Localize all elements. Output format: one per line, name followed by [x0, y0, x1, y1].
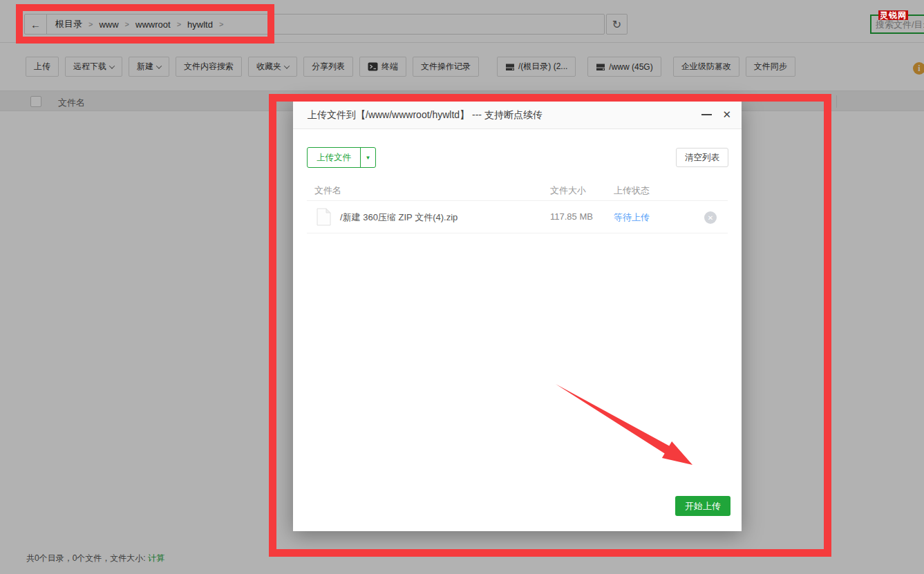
- upload-dropdown-arrow[interactable]: ▼: [360, 148, 375, 167]
- column-filesize: 文件大小: [550, 184, 586, 197]
- close-icon[interactable]: ✕: [722, 108, 731, 121]
- upload-file-button[interactable]: 上传文件: [308, 148, 360, 167]
- file-upload-status[interactable]: 等待上传: [614, 211, 650, 224]
- column-filename: 文件名: [314, 184, 341, 197]
- upload-dialog: 上传文件到【/www/wwwroot/hywltd】 --- 支持断点续传 ✕ …: [293, 101, 742, 531]
- upload-file-row: /新建 360压缩 ZIP 文件(4).zip 117.85 MB 等待上传 ✕: [307, 201, 728, 233]
- clear-list-button[interactable]: 清空列表: [676, 148, 728, 167]
- file-name: /新建 360压缩 ZIP 文件(4).zip: [340, 211, 458, 224]
- dialog-title: 上传文件到【/www/wwwroot/hywltd】 --- 支持断点续传: [308, 109, 543, 122]
- upload-file-split-button[interactable]: 上传文件 ▼: [307, 147, 376, 168]
- remove-file-icon[interactable]: ✕: [704, 211, 717, 224]
- upload-table-header: 文件名 文件大小 上传状态: [307, 179, 728, 201]
- file-size: 117.85 MB: [550, 211, 593, 222]
- start-upload-button[interactable]: 开始上传: [675, 496, 730, 516]
- minimize-icon[interactable]: [701, 114, 712, 115]
- column-upload-status: 上传状态: [614, 184, 650, 197]
- file-icon: [317, 208, 331, 226]
- dialog-titlebar: 上传文件到【/www/wwwroot/hywltd】 --- 支持断点续传 ✕: [293, 101, 742, 129]
